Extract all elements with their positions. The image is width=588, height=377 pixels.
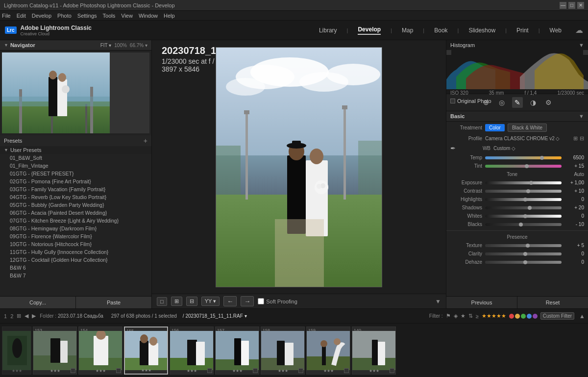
filter-extra-icon[interactable]: ≥	[476, 313, 479, 319]
main-image-view[interactable]	[216, 47, 382, 287]
blacks-thumb[interactable]	[519, 223, 523, 226]
minimize-button[interactable]: —	[560, 2, 566, 9]
preset-item[interactable]: 01_B&W_Soft	[0, 154, 151, 162]
view-mode-2[interactable]: 2	[9, 313, 14, 319]
filter-sort-icon[interactable]: ⇅	[468, 313, 473, 319]
exposure-thumb[interactable]	[529, 181, 533, 185]
filmstrip-prev-icon[interactable]: ◀	[24, 313, 29, 319]
view-grid-icon[interactable]: ⊞	[16, 313, 22, 319]
exposure-slider[interactable]	[485, 181, 562, 184]
menu-help[interactable]: Help	[164, 13, 175, 19]
film-thumb[interactable]: ★★★	[2, 327, 31, 375]
view-mode-1[interactable]: 1	[3, 313, 8, 319]
temp-slider[interactable]	[485, 156, 562, 159]
tint-thumb[interactable]	[525, 164, 529, 168]
previous-button[interactable]: Previous	[446, 297, 517, 308]
green-label-dot[interactable]	[521, 314, 526, 319]
red-label-dot[interactable]	[509, 314, 514, 319]
preset-item[interactable]: 12GTG - Cocktail {Golden Hour Collection…	[0, 256, 151, 264]
whites-slider[interactable]	[485, 215, 562, 218]
nav-web[interactable]: Web	[550, 27, 562, 34]
menu-develop[interactable]: Develop	[32, 13, 51, 19]
menu-view[interactable]: View	[121, 13, 133, 19]
nav-map[interactable]: Map	[402, 27, 413, 34]
presets-header[interactable]: Presets +	[0, 135, 151, 146]
film-thumb[interactable]: 157 ★★★	[215, 327, 259, 375]
filmstrip-next-icon[interactable]: ▶	[31, 313, 37, 319]
tint-slider[interactable]	[485, 165, 562, 168]
dehaze-thumb[interactable]	[523, 260, 527, 264]
color-treatment-btn[interactable]: Color	[485, 124, 505, 131]
preset-item[interactable]: 10GTG - Notorious {Hitchcock Film}	[0, 240, 151, 248]
nav-book[interactable]: Book	[434, 27, 447, 34]
preset-item[interactable]: 06GTG - Acacia {Painted Desert Wedding}	[0, 209, 151, 217]
cloud-sync-icon[interactable]: ☁	[575, 25, 583, 35]
clarity-slider[interactable]	[485, 252, 562, 255]
purple-label-dot[interactable]	[533, 314, 538, 319]
view-yy-btn[interactable]: YY ▾	[201, 297, 220, 306]
filter-flag-icon[interactable]: ⚑	[446, 313, 451, 319]
shadows-slider[interactable]	[485, 206, 562, 209]
blue-label-dot[interactable]	[527, 314, 532, 319]
film-thumb[interactable]: 153 ★★★	[33, 327, 77, 375]
menu-window[interactable]: Window	[139, 13, 158, 19]
menu-file[interactable]: File	[2, 13, 11, 19]
preset-item[interactable]: 04GTG - Reverb {Low Key Studio Portrait}	[0, 193, 151, 201]
histogram-collapse-icon[interactable]: ▼	[579, 42, 584, 48]
preset-item[interactable]: 01GTG - {RESET PRESET}	[0, 170, 151, 177]
tone-auto-btn[interactable]: Auto	[574, 172, 584, 177]
presets-add-icon[interactable]: +	[144, 137, 147, 145]
preset-group-user[interactable]: ▼ User Presets	[0, 146, 151, 154]
basic-section-header[interactable]: Basic ▼	[446, 111, 588, 122]
profile-grid-icon[interactable]: ⊞	[573, 135, 578, 142]
navigator-fit-btn[interactable]: FIT ▾	[100, 43, 112, 48]
preset-item[interactable]: 07GTG - Kitchen Breeze {Light & Airy Wed…	[0, 217, 151, 225]
preset-item[interactable]: 03GTG - Family Vacation {Family Portrait…	[0, 185, 151, 193]
blacks-slider[interactable]	[485, 223, 562, 226]
film-thumb[interactable]: 140 ★★★	[352, 327, 396, 375]
view-extra2-btn[interactable]: →	[241, 296, 254, 306]
copy-button[interactable]: Copy...	[0, 297, 76, 308]
clarity-thumb[interactable]	[523, 252, 527, 256]
selected-filename[interactable]: / 20230718_15_11_11.RAF ▾	[183, 313, 247, 319]
view-square-btn[interactable]: □	[157, 297, 167, 306]
navigator-preview[interactable]	[2, 52, 149, 133]
whites-thumb[interactable]	[523, 214, 527, 218]
navigator-pct1[interactable]: 100%	[114, 43, 127, 48]
reset-button[interactable]: Reset	[517, 297, 588, 308]
contrast-slider[interactable]	[485, 190, 562, 193]
nav-develop[interactable]: Develop	[358, 26, 381, 35]
wb-value[interactable]: Custom ◇	[493, 146, 515, 151]
view-grid-btn[interactable]: ⊞	[171, 297, 182, 306]
film-thumb[interactable]: 158 ★★★	[261, 327, 305, 375]
film-thumb-selected[interactable]: 155 ★★★	[124, 327, 168, 375]
contrast-thumb[interactable]	[526, 189, 530, 193]
dehaze-slider[interactable]	[485, 261, 562, 264]
preset-item[interactable]: 11GTG - Hully Gully {Innocence Collectio…	[0, 248, 151, 256]
film-thumb[interactable]: 159 ★★★	[306, 327, 350, 375]
maximize-button[interactable]: □	[568, 2, 575, 9]
navigator-pct2[interactable]: 66.7% ▾	[130, 43, 147, 48]
highlights-thumb[interactable]	[523, 198, 527, 201]
menu-tools[interactable]: Tools	[103, 13, 116, 19]
view-compare-btn[interactable]: ⊟	[186, 297, 197, 306]
view-extra1-btn[interactable]: ←	[223, 296, 237, 306]
soft-proof-checkbox[interactable]	[258, 298, 264, 304]
highlights-slider[interactable]	[485, 198, 562, 201]
shadows-thumb[interactable]	[528, 206, 532, 210]
preset-item[interactable]: 02GTG - Pomona {Fine Art Portrait}	[0, 177, 151, 185]
nav-slideshow[interactable]: Slideshow	[468, 27, 495, 34]
navigator-collapse-icon[interactable]: ▼	[4, 43, 8, 48]
film-thumb[interactable]: 154 ★★★	[78, 327, 122, 375]
menu-settings[interactable]: Settings	[77, 13, 97, 19]
preset-item[interactable]: 05GTG - Bubbly {Garden Party Wedding}	[0, 201, 151, 209]
filter-color-icon[interactable]: ◈	[454, 313, 458, 319]
menu-photo[interactable]: Photo	[57, 13, 72, 19]
paste-button[interactable]: Paste	[76, 297, 151, 308]
custom-filter-btn[interactable]: Custom Filter	[540, 312, 574, 320]
bw-treatment-btn[interactable]: Black & White	[508, 124, 547, 132]
preset-item[interactable]: B&W 7	[0, 272, 151, 279]
yellow-label-dot[interactable]	[515, 314, 520, 319]
profile-value[interactable]: Camera CLASSIC CHROME v2 ◇	[485, 136, 570, 141]
folder-name[interactable]: 2023.07.18 Свадьба	[58, 313, 103, 319]
